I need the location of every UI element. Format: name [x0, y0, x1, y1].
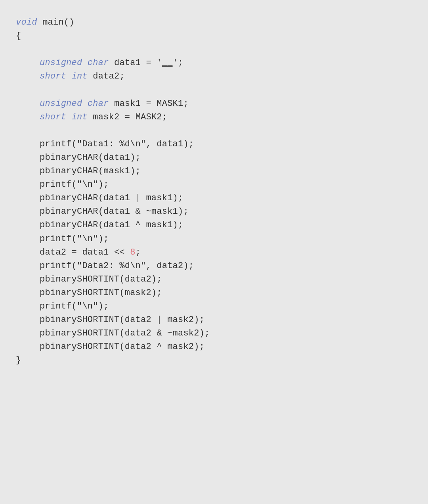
line-data2-assign: data2 = data1 << 8; [16, 246, 412, 259]
line-pbinarychar-data1: pbinaryCHAR(data1); [16, 151, 412, 165]
line-printf-newline-2: printf("\n"); [16, 232, 412, 246]
line-close-brace: } [16, 354, 412, 367]
line-pbinarychar-or: pbinaryCHAR(data1 | mask1); [16, 192, 412, 205]
line-unsigned-char-mask1: unsigned char mask1 = MASK1; [16, 97, 412, 111]
line-empty-2 [16, 83, 412, 97]
line-pbinaryshortint-data2: pbinarySHORTINT(data2); [16, 273, 412, 286]
line-void-main: void main() [16, 16, 412, 29]
kw-void: void [16, 17, 37, 27]
line-empty-1 [16, 43, 412, 56]
code-block: void main() { unsigned char data1 = '__'… [16, 16, 412, 367]
line-printf-newline-1: printf("\n"); [16, 178, 412, 192]
line-unsigned-char-data1: unsigned char data1 = '__'; [16, 56, 412, 70]
line-pbinarychar-mask1: pbinaryCHAR(mask1); [16, 165, 412, 178]
line-pbinarychar-xor: pbinaryCHAR(data1 ^ mask1); [16, 218, 412, 232]
line-short-int-data2: short int data2; [16, 70, 412, 83]
line-short-int-mask2: short int mask2 = MASK2; [16, 111, 412, 124]
line-printf-newline-3: printf("\n"); [16, 300, 412, 313]
line-printf-data2: printf("Data2: %d\n", data2); [16, 259, 412, 273]
line-open-brace: { [16, 29, 412, 43]
line-pbinaryshortint-or: pbinarySHORTINT(data2 | mask2); [16, 313, 412, 327]
line-pbinaryshortint-mask2: pbinarySHORTINT(mask2); [16, 286, 412, 300]
line-pbinaryshortint-xor: pbinarySHORTINT(data2 ^ mask2); [16, 340, 412, 354]
line-pbinarychar-and-not: pbinaryCHAR(data1 & ~mask1); [16, 205, 412, 218]
line-empty-3 [16, 124, 412, 138]
line-printf-data1: printf("Data1: %d\n", data1); [16, 138, 412, 151]
line-pbinaryshortint-and-not: pbinarySHORTINT(data2 & ~mask2); [16, 327, 412, 340]
